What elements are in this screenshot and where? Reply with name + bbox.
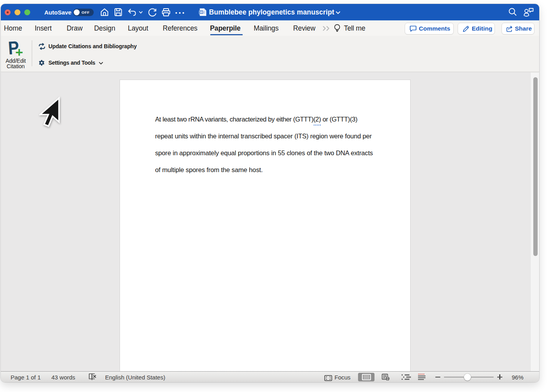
svg-text:W: W — [200, 10, 203, 14]
